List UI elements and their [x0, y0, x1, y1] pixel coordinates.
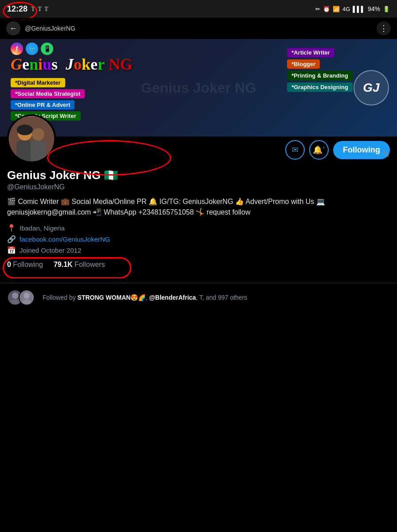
notification-icons: 𝕋 𝕋 𝕋: [31, 6, 48, 12]
tagline-social: *Social Media Strategist: [11, 89, 85, 98]
follower-avatars: [7, 289, 30, 305]
followers-stat[interactable]: 79.1K Followers: [54, 261, 105, 269]
avatar-row: ✉ 🔔+ Following ✎: [7, 137, 390, 163]
avatar-image: [9, 116, 54, 161]
banner-logo: GJ: [354, 70, 389, 106]
notification-icon-3: 𝕋: [44, 6, 48, 12]
status-bar: 12:28 𝕋 𝕋 𝕋 ✏ ⏰ 📶 4G ▌▌▌ 94% 🔋: [0, 0, 397, 18]
avatar: [7, 114, 56, 163]
location-row: 📍 Ibadan, Nigeria: [7, 224, 390, 232]
network-icon: 4G: [342, 6, 350, 12]
username: @GeniusJokerNG: [7, 183, 390, 191]
follower-avatar-2: [19, 289, 35, 305]
svg-point-10: [24, 293, 30, 299]
signal-icon: ✏: [315, 6, 320, 12]
notification-icon-1: 𝕋: [31, 6, 35, 12]
following-label: Following: [13, 261, 43, 268]
notify-button[interactable]: 🔔+: [309, 140, 329, 160]
location-icon: 📍: [7, 224, 16, 232]
profile-section: ✉ 🔔+ Following ✎ Genius Joker NG 🇳🇬 @Gen…: [0, 137, 397, 278]
followed-by-row: Followed by STRONG WOMAN😍🌈, @BlenderAfri…: [0, 283, 397, 312]
alarm-icon: ⏰: [323, 6, 330, 12]
location-text: Ibadan, Nigeria: [20, 224, 65, 232]
tagline-article: *Article Writer: [287, 48, 334, 57]
cover-banner: f 🐦 📱 Genius Joker NG *Digital Marketer …: [0, 39, 397, 137]
wifi-icon: 📶: [333, 6, 340, 12]
follower-name-2: @BlenderAfrica: [149, 294, 196, 301]
action-buttons: ✉ 🔔+ Following: [285, 140, 390, 163]
website-link[interactable]: facebook.com/GeniusJokerNG: [20, 235, 110, 243]
notification-icon-2: 𝕋: [38, 6, 42, 12]
twitter-topbar: ← @GeniusJokerNG ⋮: [0, 18, 397, 39]
tagline-printing: *Printing & Branding: [287, 71, 353, 80]
following-button[interactable]: Following: [333, 141, 390, 159]
stats-row: 0 Following 79.1K Followers: [7, 261, 390, 269]
tagline-blogger: *Blogger: [287, 59, 320, 69]
battery-icon: 🔋: [383, 6, 390, 12]
status-right: ✏ ⏰ 📶 4G ▌▌▌ 94% 🔋: [315, 5, 390, 12]
followers-count: 79.1K: [54, 261, 73, 268]
svg-point-3: [17, 125, 33, 135]
joined-row: 📅 Joined October 2012: [7, 246, 390, 254]
more-icon: ⋮: [380, 23, 388, 33]
message-button[interactable]: ✉: [285, 140, 305, 160]
follower-name-1: STRONG WOMAN😍🌈: [78, 294, 146, 301]
banner-watermark: Genius Joker NG: [141, 80, 256, 96]
banner-taglines-right: *Article Writer *Blogger *Printing & Bra…: [287, 48, 353, 92]
tagline-pr: *Online PR & Advert: [11, 100, 75, 110]
tagline-graphics: *Graphics Designing: [287, 82, 353, 92]
time-wrapper: 12:28: [7, 4, 28, 14]
message-icon: ✉: [292, 145, 299, 155]
back-button[interactable]: ←: [6, 21, 20, 35]
followers-label: Followers: [75, 261, 105, 268]
topbar-left: ← @GeniusJokerNG: [6, 21, 75, 35]
bio: 🎬 Comic Writer 💼 Social Media/Online PR …: [7, 196, 390, 218]
link-icon: 🔗: [7, 235, 16, 243]
status-left: 12:28 𝕋 𝕋 𝕋: [7, 4, 48, 14]
tagline-digital: *Digital Marketer: [11, 78, 65, 87]
followed-by-text: Followed by STRONG WOMAN😍🌈, @BlenderAfri…: [43, 294, 390, 301]
back-arrow-icon: ←: [9, 24, 17, 33]
edit-pencil-icon[interactable]: ✎: [382, 149, 390, 160]
svg-point-7: [12, 293, 18, 299]
svg-rect-5: [31, 141, 46, 161]
svg-point-4: [32, 128, 44, 141]
avatar-wrapper: [7, 114, 56, 163]
joined-text: Joined October 2012: [20, 246, 81, 254]
profile-handle-topbar: @GeniusJokerNG: [25, 25, 75, 32]
status-time: 12:28: [7, 4, 28, 13]
calendar-icon: 📅: [7, 246, 16, 254]
notify-icon: 🔔+: [313, 145, 325, 155]
following-count: 0: [7, 261, 11, 268]
signal-bars-icon: ▌▌▌: [353, 6, 365, 12]
battery-indicator: 94%: [368, 5, 380, 12]
logo-text: GJ: [363, 81, 379, 95]
following-stat[interactable]: 0 Following: [7, 261, 43, 269]
display-name: Genius Joker NG 🇳🇬: [7, 168, 390, 182]
website-row: 🔗 facebook.com/GeniusJokerNG: [7, 235, 390, 243]
more-options-button[interactable]: ⋮: [377, 21, 391, 35]
